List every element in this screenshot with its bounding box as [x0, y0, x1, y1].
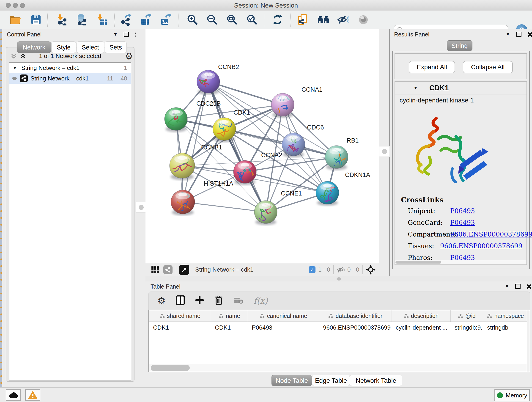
left-splitter: [136, 29, 146, 382]
table-horizontal-scrollbar[interactable]: [149, 364, 527, 372]
zoom-in-icon[interactable]: [186, 13, 199, 26]
network-node-cdkn1a[interactable]: [316, 181, 339, 206]
gene-collapse-icon[interactable]: ▼: [413, 85, 418, 90]
crosslinks-list: Uniprot:P06493GeneCard:P06493Compartment…: [408, 207, 522, 266]
hide-selected-eye-slash-icon[interactable]: [336, 13, 349, 26]
table-options-gear-icon[interactable]: ⚙: [157, 296, 166, 305]
zoom-out-icon[interactable]: [206, 13, 219, 26]
control-panel-float-icon[interactable]: [124, 32, 129, 37]
column-header-sharedname[interactable]: shared name: [149, 310, 211, 322]
results-panel-collapse-icon[interactable]: ▼: [506, 32, 510, 37]
table-panel-float-icon[interactable]: [515, 284, 520, 289]
import-network-from-file-icon[interactable]: [56, 13, 69, 26]
show-columns-icon[interactable]: [176, 295, 185, 306]
horizontal-splitter-handle[interactable]: [336, 277, 341, 281]
column-header-canonicalname[interactable]: canonical name: [248, 310, 319, 322]
export-network-icon[interactable]: [120, 13, 133, 26]
network-node-ccnb2[interactable]: [194, 66, 220, 95]
zoom-selected-icon[interactable]: [246, 13, 259, 26]
results-buttons-box: Expand All Collapse All: [394, 53, 527, 79]
network-node-cdk1[interactable]: [213, 118, 236, 142]
tab-edge-table[interactable]: Edge Table: [312, 375, 350, 386]
application-window: Session: New Session: [0, 0, 532, 402]
tab-sets[interactable]: Sets: [105, 41, 127, 53]
tab-network-table[interactable]: Network Table: [350, 375, 402, 386]
network-options-gear-icon[interactable]: ⚙: [125, 51, 133, 61]
table-cell: P06493: [248, 322, 319, 333]
column-header-description[interactable]: description: [392, 310, 450, 322]
expand-all-button[interactable]: Expand All: [409, 61, 455, 73]
selected-checkbox-icon[interactable]: ✓: [309, 266, 316, 273]
table-scrollbar-thumb[interactable]: [151, 365, 190, 371]
cloud-button[interactable]: [6, 389, 21, 401]
right-splitter-handle[interactable]: [379, 146, 390, 157]
network-share-icon[interactable]: [163, 265, 172, 274]
duplicate-network-icon[interactable]: [297, 13, 309, 26]
control-panel: Control Panel ▼ Network Style Select Set…: [3, 29, 136, 382]
network-node-cdc6[interactable]: [282, 133, 305, 157]
birdseye-crosshair-icon[interactable]: [366, 265, 375, 274]
tab-style[interactable]: Style: [51, 41, 76, 53]
results-panel-close-icon[interactable]: [527, 32, 532, 37]
save-session-icon[interactable]: [30, 13, 42, 26]
memory-button[interactable]: Memory: [494, 389, 530, 401]
network-tree-root-row[interactable]: ▼ String Network – cdk1 1: [9, 63, 131, 73]
network-name-label: String Network – cdk1: [31, 75, 89, 82]
open-session-icon[interactable]: [9, 13, 22, 26]
crosslink-link[interactable]: P06493: [450, 207, 475, 215]
control-panel-collapse-icon[interactable]: ▼: [113, 32, 118, 37]
tab-string[interactable]: String: [447, 40, 472, 51]
import-network-from-database-icon[interactable]: [75, 13, 88, 26]
network-node-rb1[interactable]: [325, 146, 348, 170]
crosslink-link[interactable]: P06493: [450, 219, 475, 226]
network-status-dot: [12, 77, 17, 80]
table-panel-collapse-icon[interactable]: ▼: [505, 284, 509, 289]
import-table-from-file-icon[interactable]: [95, 13, 108, 26]
tree-expand-icon[interactable]: ▼: [13, 65, 17, 70]
table-vertical-scrollbar[interactable]: [527, 310, 530, 372]
table-panel-close-icon[interactable]: [526, 284, 531, 289]
zoom-fit-icon[interactable]: [226, 13, 239, 26]
add-column-icon[interactable]: [195, 296, 204, 306]
function-builder-icon[interactable]: f(x): [254, 296, 268, 306]
column-header-databaseidentifier[interactable]: database identifier: [319, 310, 392, 322]
houses-icon[interactable]: [317, 13, 330, 26]
cloud-icon: [9, 392, 18, 398]
column-header-id[interactable]: @id: [450, 310, 483, 322]
network-tree: ▼ String Network – cdk1 1 String Network…: [9, 62, 131, 380]
tab-select[interactable]: Select: [76, 41, 104, 53]
window-title: Session: New Session: [0, 2, 532, 9]
column-header-namespace[interactable]: namespace: [483, 310, 528, 322]
network-node-ccna1[interactable]: [271, 92, 294, 118]
export-image-icon[interactable]: [159, 13, 172, 26]
gene-section-header[interactable]: ▼ CDK1: [395, 82, 526, 95]
export-table-icon[interactable]: [139, 13, 152, 26]
collapse-all-button[interactable]: Collapse All: [463, 61, 513, 73]
network-tree-row-selected[interactable]: String Network – cdk1 11 48: [9, 73, 131, 84]
memory-label: Memory: [506, 392, 527, 399]
delete-table-icon[interactable]: [234, 296, 244, 305]
network-node-ccnb1[interactable]: [168, 149, 196, 180]
column-header-name[interactable]: name: [211, 310, 248, 322]
results-panel-float-icon[interactable]: [516, 32, 521, 37]
network-node-ccne1[interactable]: [254, 201, 277, 225]
tab-network[interactable]: Network: [17, 41, 51, 53]
title-bar: Session: New Session: [0, 0, 532, 11]
apply-layout-icon[interactable]: [271, 13, 284, 26]
warning-button[interactable]: [25, 389, 40, 401]
delete-column-trash-icon[interactable]: [214, 295, 223, 306]
grid-view-icon[interactable]: [151, 265, 159, 274]
tab-node-table[interactable]: Node Table: [272, 375, 312, 386]
table-row[interactable]: CDK1CDK1P064939606.ENSP00000378699cyclin…: [149, 322, 530, 333]
network-selection-status: 1 of 1 Network selected: [6, 52, 134, 60]
network-node-ccna2[interactable]: [234, 160, 258, 185]
left-splitter-handle[interactable]: [136, 202, 146, 213]
detach-view-icon[interactable]: [179, 265, 189, 275]
results-horizontal-scrollbar[interactable]: [395, 260, 526, 264]
show-graphics-details-icon[interactable]: [357, 13, 370, 26]
network-node-hist1h1a[interactable]: [171, 188, 195, 216]
network-edge[interactable]: [183, 202, 266, 212]
crosslink-link[interactable]: 9606.ENSP00000378699: [440, 242, 522, 250]
crosslink-link[interactable]: 9606.ENSP00000378699: [450, 230, 532, 238]
network-canvas[interactable]: CCNB2CCNA1CDC25BCDK1CDC6RB1CCNB1CCNA2CDK…: [146, 29, 379, 263]
